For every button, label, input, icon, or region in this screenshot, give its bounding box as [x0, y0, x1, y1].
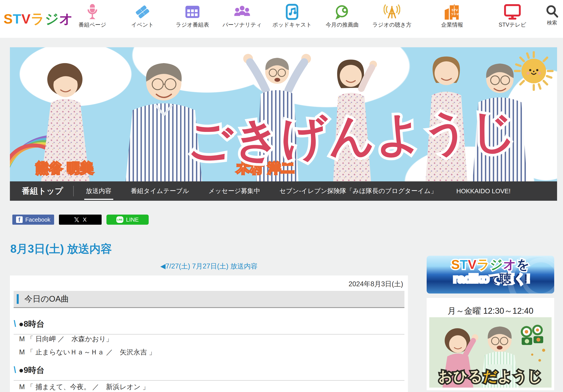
svg-text:STV: STV [451, 8, 458, 12]
slash-mark: \ [14, 319, 16, 329]
x-share-button[interactable]: 𝕏 X [59, 215, 102, 225]
tab-program-top[interactable]: 番組トップ [22, 186, 63, 197]
x-icon: 𝕏 [74, 216, 79, 224]
ohiru-program-banner-link[interactable]: おひるだようじ おひるだようじ [429, 317, 551, 388]
section-title: 今日のOA曲 [25, 293, 69, 304]
program-hero-banner: 熊谷 明美 熊谷 明美 木村 洋二 木村 洋二 ごきげんようじ ごきげんようじ [10, 47, 557, 181]
ohiru-schedule: 月～金曜 12:30～12:40 [427, 298, 554, 316]
nav-item-events[interactable]: イベント [118, 3, 167, 28]
podcast-icon [285, 3, 299, 21]
tab-message-form[interactable]: メッセージ募集中 [208, 187, 260, 195]
nav-item-corporate-info[interactable]: STVラジオ 企業情報 [428, 3, 476, 28]
logo-letter: V [21, 11, 31, 27]
building-icon: STVラジオ [444, 3, 460, 21]
timetable-icon [184, 3, 200, 21]
nav-label: 企業情報 [441, 21, 463, 28]
nav-label: パーソナリティ [223, 21, 262, 28]
segment-heading-9: \ ●9時台 [14, 365, 404, 381]
search-button[interactable]: 検索 [541, 4, 563, 26]
nav-item-program-page[interactable]: 番組ページ [68, 3, 116, 28]
tickets-icon [135, 3, 150, 21]
nav-item-how-to-listen[interactable]: ラジオの聴き方 [368, 3, 416, 28]
tab-hokkaido-love[interactable]: HOKKAIDO LOVE! [456, 188, 511, 195]
facebook-label: Facebook [25, 216, 50, 223]
site-header: STVラジオ 番組ページ イベント ラジオ番組表 パーソナリティ ポッドキャスト [0, 0, 563, 38]
previous-broadcast-link[interactable]: ◀7/27(土) 7月27日(土) 放送内容 [10, 262, 408, 271]
tab-timetable[interactable]: 番組タイムテーブル [131, 187, 189, 195]
nav-label: STVテレビ [499, 21, 526, 28]
tab-broadcast-content[interactable]: 放送内容 [86, 187, 112, 195]
page-title: 8月3日(土) 放送内容 [10, 241, 112, 257]
logo-letter: S [3, 11, 13, 27]
radiko-banner-line2: radikoで聴く! radikoで聴く! [453, 272, 528, 285]
nav-label: イベント [131, 21, 154, 28]
slash-mark: \ [14, 365, 16, 375]
nav-item-personality[interactable]: パーソナリティ [218, 3, 266, 28]
ohiru-program-title: おひるだようじ おひるだようじ [429, 367, 551, 386]
nav-label: 今月の推薦曲 [326, 21, 359, 28]
program-nav: 番組トップ 放送内容 番組タイムテーブル メッセージ募集中 セブン-イレブン探険… [10, 181, 557, 201]
section-header: 今日のOA曲 [14, 291, 404, 308]
section-accent-bar [17, 294, 19, 304]
program-title: ごきげんようじ ごきげんようじ [183, 105, 521, 165]
ohiru-program-card: 月～金曜 12:30～12:40 [427, 298, 554, 390]
line-label: LINE [126, 216, 139, 223]
microphone-icon [85, 3, 100, 21]
nav-label: ポッドキャスト [272, 21, 312, 28]
nav-item-recommended-songs[interactable]: 今月の推薦曲 [318, 3, 366, 28]
search-label: 検索 [547, 19, 557, 26]
tab-seven-eleven-blog[interactable]: セブン-イレブン探険隊「みほ隊長のブログターイム」 [279, 187, 437, 195]
nav-separator [73, 186, 74, 196]
tv-icon [504, 3, 521, 21]
x-label: X [83, 216, 86, 223]
nav-item-stv-tv[interactable]: STVテレビ [488, 3, 537, 28]
nav-label: ラジオ番組表 [176, 21, 209, 28]
nav-label: 番組ページ [78, 21, 106, 28]
nav-item-podcast[interactable]: ポッドキャスト [268, 3, 316, 28]
song-entry: M 「 日向岬 ／ 水森かおり」 [19, 334, 113, 344]
radiko-banner-link[interactable]: STVラジオを STVラジオを radikoで聴く! radikoで聴く! [427, 256, 554, 293]
broadcast-content-box: 2024年8月3日(土) 今日のOA曲 \ ●8時台 M 「 日向岬 ／ 水森か… [10, 276, 408, 392]
nav-item-timetable[interactable]: ラジオ番組表 [168, 3, 217, 28]
stv-radio-logo[interactable]: STVラジオ [3, 10, 73, 28]
nav-label: ラジオの聴き方 [372, 21, 411, 28]
svg-text:ラジオ: ラジオ [451, 13, 459, 16]
line-share-button[interactable]: LINE LINE [106, 215, 149, 225]
segment-heading-text: ●9時台 [19, 365, 44, 376]
sun-illustration [514, 51, 553, 91]
radiko-banner-line1: STVラジオを STVラジオを [451, 257, 530, 272]
line-icon: LINE [116, 216, 123, 223]
song-entry: M 「 捕まえて、今夜。 ／ 新浜レオン 」 [19, 382, 149, 392]
people-icon [234, 3, 250, 21]
facebook-share-button[interactable]: f Facebook [12, 215, 54, 225]
song-entry: M 「 止まらないＨａ～Ｈａ ／ 矢沢永吉 」 [19, 348, 156, 357]
segment-heading-text: ●8時台 [19, 318, 44, 329]
host-name-kumagai: 熊谷 明美 熊谷 明美 [36, 160, 94, 177]
logo-letter: ラ [31, 10, 45, 28]
broadcast-date: 2024年8月3日(土) [349, 279, 403, 289]
antenna-icon [384, 3, 400, 21]
logo-letter: T [13, 11, 21, 27]
facebook-icon: f [16, 216, 23, 223]
search-icon [545, 4, 559, 19]
share-buttons: f Facebook 𝕏 X LINE LINE [12, 215, 149, 225]
logo-letter: ジ [45, 10, 59, 28]
headphones-icon [334, 3, 350, 21]
segment-heading-8: \ ●8時台 [14, 318, 404, 335]
